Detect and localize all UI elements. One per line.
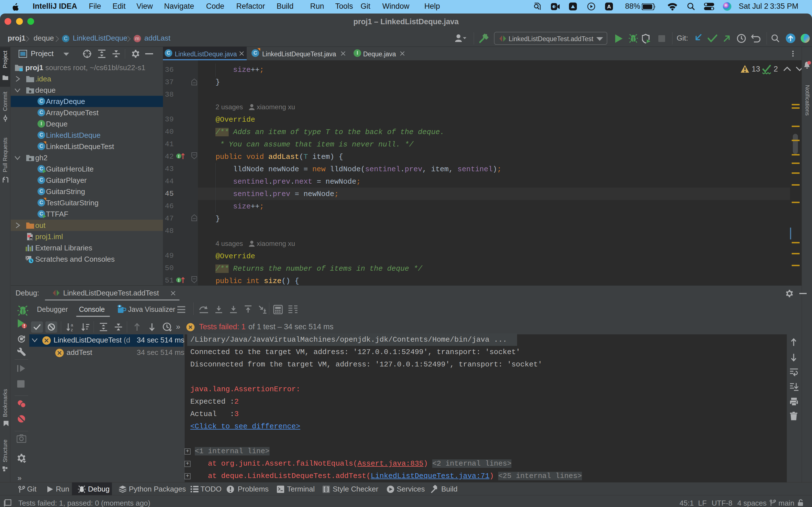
svg-text:I: I <box>178 278 179 283</box>
svg-text:I: I <box>178 154 179 159</box>
svg-text:a: a <box>71 323 73 327</box>
svg-text:A: A <box>607 4 611 10</box>
svg-text:z: z <box>71 327 73 332</box>
